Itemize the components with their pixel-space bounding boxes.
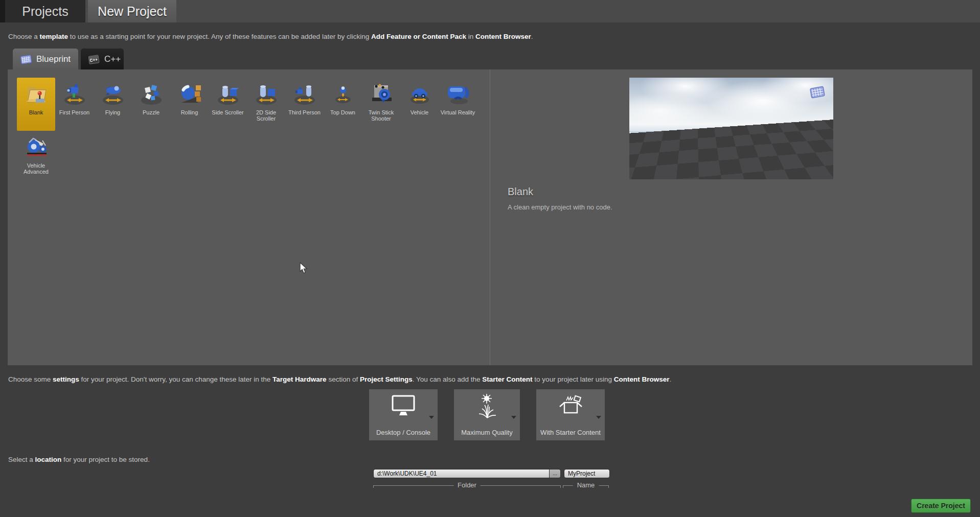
template-detail-title: Blank (508, 186, 533, 198)
name-bracket: Name (563, 485, 609, 488)
folder-bracket: Folder (373, 485, 561, 488)
template-icon-side-scroller (214, 79, 242, 108)
starter-content-box-icon (556, 393, 585, 419)
template-icon-vehicle-advanced (22, 132, 51, 161)
quality-label: Maximum Quality (454, 429, 520, 436)
template-tile-rolling[interactable]: Rolling (170, 78, 209, 131)
starter-content-label: With Starter Content (536, 429, 605, 436)
template-icon-first-person (60, 79, 89, 108)
starter-content-dropdown[interactable]: With Starter Content (536, 389, 605, 440)
project-name-input[interactable] (564, 469, 610, 478)
template-tile-vehicle-advanced[interactable]: Vehicle Advanced (17, 131, 55, 184)
name-label: Name (573, 481, 599, 489)
window-tab-bar: Projects New Project (0, 0, 980, 22)
target-hardware-dropdown[interactable]: Desktop / Console (369, 389, 438, 440)
quality-icon (473, 393, 502, 419)
template-tile-side-scroller[interactable]: Side Scroller (209, 78, 247, 131)
template-preview-image (629, 78, 833, 179)
template-tile-twin-stick-shooter[interactable]: Twin Stick Shooter (362, 78, 400, 131)
template-tile-third-person[interactable]: Third Person (285, 78, 324, 131)
blueprint-icon (20, 54, 32, 65)
template-details-pane: Blank A clean empty project with no code… (490, 69, 972, 365)
template-tile-virtual-reality[interactable]: Virtual Reality (439, 78, 477, 131)
chevron-down-icon[interactable] (596, 416, 601, 419)
quality-dropdown[interactable]: Maximum Quality (454, 389, 520, 440)
template-icon-virtual-reality (444, 79, 472, 108)
template-label: Rolling (170, 109, 209, 115)
template-tile-puzzle[interactable]: Puzzle (132, 78, 170, 131)
template-label: First Person (55, 109, 94, 115)
template-icon-third-person (290, 79, 319, 108)
template-tile-first-person[interactable]: First Person (55, 78, 94, 131)
template-label: Twin Stick Shooter (362, 109, 400, 122)
template-icon-blank (22, 79, 51, 108)
template-label: Top Down (324, 109, 362, 115)
template-instruction: Choose a template to use as a starting p… (8, 33, 533, 40)
subtab-cpp[interactable]: C++ C++ (81, 49, 124, 69)
template-label: Vehicle Advanced (17, 162, 55, 175)
settings-instruction: Choose some settings for your project. D… (8, 375, 671, 383)
location-instruction: Select a location for your project to be… (8, 456, 150, 463)
template-detail-description: A clean empty project with no code. (508, 203, 612, 211)
tab-new-project[interactable]: New Project (88, 0, 176, 22)
template-grid: Blank First Person Flying Puzzle (8, 69, 490, 365)
template-icon-top-down (329, 79, 357, 108)
chevron-down-icon[interactable] (511, 416, 516, 419)
target-hardware-label: Desktop / Console (369, 429, 438, 436)
template-tile-flying[interactable]: Flying (94, 78, 132, 131)
monitor-icon (389, 393, 418, 419)
template-label: Puzzle (132, 109, 170, 115)
template-icon-twin-stick-shooter (367, 79, 396, 108)
template-label: Side Scroller (209, 109, 247, 115)
template-tile-2d-side-scroller[interactable]: 2D Side Scroller (247, 78, 285, 131)
create-project-button[interactable]: Create Project (911, 499, 971, 513)
new-project-panel: Blank First Person Flying Puzzle (8, 69, 972, 365)
template-label: Third Person (285, 109, 324, 115)
template-icon-flying (99, 79, 127, 108)
template-label: Vehicle (400, 109, 439, 115)
blueprint-badge-icon (809, 85, 826, 102)
template-icon-2d-side-scroller (252, 79, 281, 108)
template-tile-blank[interactable]: Blank (17, 78, 55, 131)
template-label: Flying (94, 109, 132, 115)
settings-options: Desktop / Console Maximum Quality With S… (369, 389, 605, 440)
template-icon-puzzle (137, 79, 166, 108)
template-label: Blank (17, 109, 55, 115)
tab-projects[interactable]: Projects (5, 0, 85, 22)
cpp-icon: C++ (88, 54, 100, 65)
chevron-down-icon[interactable] (429, 416, 434, 419)
template-tile-top-down[interactable]: Top Down (324, 78, 362, 131)
template-label: Virtual Reality (439, 109, 477, 115)
subtab-blueprint-label: Blueprint (36, 54, 71, 64)
template-label: 2D Side Scroller (247, 109, 285, 122)
subtab-blueprint[interactable]: Blueprint (13, 49, 78, 69)
template-icon-vehicle (405, 79, 434, 108)
project-path-row: ... (373, 469, 610, 478)
tab-bar-edge (0, 0, 5, 22)
browse-folder-button[interactable]: ... (550, 469, 561, 478)
template-tile-vehicle[interactable]: Vehicle (400, 78, 439, 131)
folder-input[interactable] (373, 469, 550, 478)
subtab-cpp-label: C++ (104, 54, 121, 64)
template-icon-rolling (175, 79, 204, 108)
folder-label: Folder (453, 481, 481, 489)
